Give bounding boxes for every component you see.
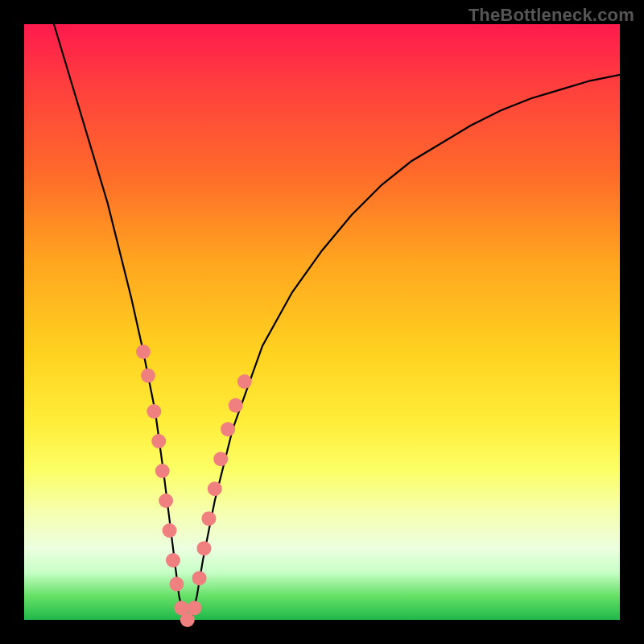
highlight-dot (159, 493, 173, 508)
watermark-text: TheBottleneck.com (469, 5, 634, 26)
highlight-dot (155, 464, 170, 478)
curve-layer (24, 24, 620, 620)
highlight-dot (136, 345, 151, 359)
highlight-dot (192, 571, 207, 585)
plot-area (24, 24, 620, 620)
highlight-dot (237, 374, 252, 389)
highlight-dot (201, 511, 216, 526)
highlight-dot (169, 577, 184, 592)
highlight-dot (151, 434, 166, 448)
highlight-dot (197, 541, 212, 555)
highlight-dots (136, 345, 252, 627)
highlight-dot (163, 523, 177, 538)
bottleneck-curve (54, 24, 620, 620)
chart-frame: TheBottleneck.com (0, 0, 644, 644)
highlight-dot (141, 369, 155, 383)
highlight-dot (221, 422, 235, 436)
highlight-dot (229, 398, 243, 413)
highlight-dot (213, 452, 228, 466)
highlight-dot (208, 481, 222, 496)
highlight-dot (166, 553, 180, 568)
highlight-dot (188, 601, 202, 615)
bottleneck-curve-path (54, 24, 620, 620)
highlight-dot (147, 404, 161, 419)
